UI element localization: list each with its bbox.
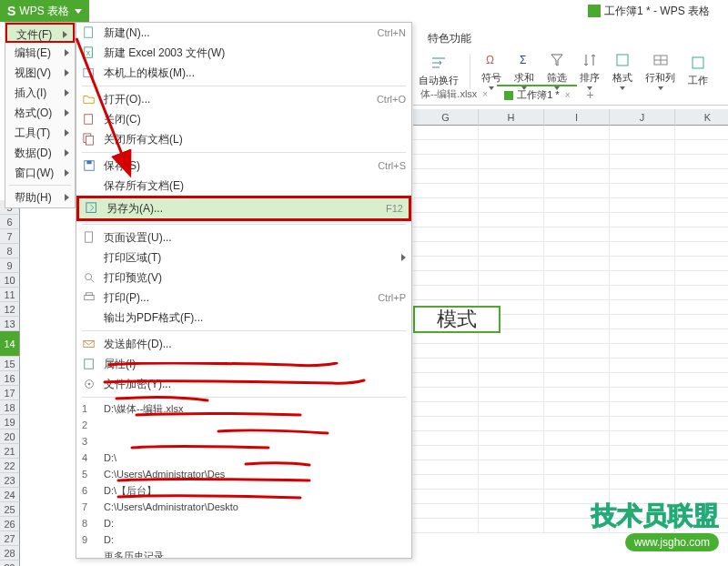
active-cell[interactable]: 模式	[413, 306, 500, 333]
row-header[interactable]: 29	[0, 561, 20, 566]
recent-file[interactable]: 9D:	[76, 531, 411, 548]
row-header[interactable]: 24	[0, 488, 20, 502]
row-header[interactable]: 21	[0, 444, 20, 459]
recent-file[interactable]: 8D:	[76, 515, 411, 531]
row-header[interactable]: 6	[0, 215, 20, 229]
row-header-active[interactable]: 14	[0, 331, 20, 357]
tab-label: 体--编辑.xlsx	[420, 87, 477, 101]
svg-text:X: X	[86, 50, 91, 56]
file-template[interactable]: 本机上的模板(M)...	[76, 63, 411, 83]
recent-file[interactable]: 1D:\媒体--编辑.xlsx	[76, 400, 411, 417]
app-title: WPS 表格	[19, 4, 69, 19]
file-save-all[interactable]: 保存所有文档(E)	[76, 176, 411, 196]
file-encrypt[interactable]: 文件加密(Y)...	[76, 374, 411, 394]
file-close-all[interactable]: 关闭所有文档(L)	[76, 129, 411, 149]
row-header[interactable]: 19	[0, 415, 20, 430]
excel-icon: X	[82, 45, 96, 60]
shortcut-label: Ctrl+N	[378, 27, 406, 38]
file-print[interactable]: 打印(P)... Ctrl+P	[76, 288, 411, 308]
row-header[interactable]: 27	[0, 531, 20, 546]
file-properties[interactable]: 属性(I)	[76, 354, 411, 374]
row-header[interactable]: 15	[0, 357, 20, 371]
tab-workbook1[interactable]: 工作簿1 * ×	[497, 85, 577, 105]
row-header[interactable]: 8	[0, 244, 20, 258]
row-header[interactable]: 17	[0, 386, 20, 400]
row-header[interactable]: 26	[0, 517, 20, 531]
menu-file[interactable]: 文件(F)	[5, 23, 75, 43]
file-export-pdf[interactable]: 输出为PDF格式(F)...	[76, 308, 411, 328]
row-header[interactable]: 18	[0, 400, 20, 415]
file-print-area[interactable]: 打印区域(T)	[76, 248, 411, 268]
row-header[interactable]: 28	[0, 546, 20, 561]
menu-label: 新建 Excel 2003 文件(W)	[104, 45, 406, 61]
app-menu-button[interactable]: S WPS 表格	[0, 0, 89, 22]
separator	[82, 152, 406, 153]
recent-file[interactable]: 7C:\Users\Administrator\Deskto	[76, 499, 411, 515]
col-header[interactable]: H	[479, 109, 544, 126]
file-save-as[interactable]: 另存为(A)... F12	[76, 196, 411, 221]
menu-help[interactable]: 帮助(H)	[5, 187, 75, 207]
row-header[interactable]: 9	[0, 258, 20, 273]
recent-label: D:	[104, 518, 114, 529]
menu-view[interactable]: 视图(V)	[5, 63, 75, 83]
menu-edit[interactable]: 编辑(E)	[5, 43, 75, 63]
menu-label: 关闭(C)	[104, 112, 406, 127]
svg-rect-25	[617, 55, 628, 66]
cell-text: 模式	[437, 306, 477, 333]
row-header[interactable]: 16	[0, 371, 20, 386]
file-send-mail[interactable]: 发送邮件(D)...	[76, 334, 411, 354]
menu-insert[interactable]: 插入(I)	[5, 83, 75, 103]
col-header[interactable]: J	[610, 109, 675, 126]
worksheet-icon	[689, 54, 707, 72]
file-open[interactable]: 打开(O)... Ctrl+O	[76, 89, 411, 109]
menu-tools[interactable]: 工具(T)	[5, 123, 75, 143]
close-icon[interactable]: ×	[565, 90, 571, 100]
menu-label: 文件(F)	[16, 28, 52, 41]
chevron-right-icon	[65, 194, 69, 201]
recent-file[interactable]: 5C:\Users\Administrator\Des	[76, 466, 411, 482]
file-new[interactable]: 新建(N)... Ctrl+N	[76, 23, 411, 43]
row-header[interactable]: 25	[0, 502, 20, 517]
recent-file[interactable]: 2	[76, 417, 411, 433]
more-history[interactable]: 更多历史记录...	[76, 548, 411, 559]
mail-icon	[82, 337, 96, 351]
file-new-excel[interactable]: X 新建 Excel 2003 文件(W)	[76, 43, 411, 63]
svg-rect-11	[86, 232, 93, 242]
recent-file[interactable]: 3	[76, 433, 411, 450]
col-header[interactable]: G	[413, 109, 479, 126]
col-header[interactable]: I	[544, 109, 610, 126]
separator	[82, 86, 406, 86]
ribbon-label: 符号	[481, 71, 501, 85]
menu-format[interactable]: 格式(O)	[5, 103, 75, 123]
file-close[interactable]: 关闭(C)	[76, 109, 411, 129]
row-header[interactable]: 23	[0, 473, 20, 488]
menu-label: 打印区域(T)	[104, 250, 401, 266]
row-header[interactable]: 12	[0, 302, 20, 317]
row-header[interactable]: 11	[0, 288, 20, 302]
file-save[interactable]: 保存(S) Ctrl+S	[76, 156, 411, 176]
recent-file[interactable]: 6D:\【后台】	[76, 482, 411, 499]
menu-label: 帮助(H)	[15, 191, 52, 204]
document-title: 工作簿1 * - WPS 表格	[588, 4, 710, 19]
close-icon[interactable]: ×	[482, 89, 488, 99]
app-logo-icon: S	[7, 4, 15, 18]
menu-label: 页面设置(U)...	[104, 230, 406, 246]
file-page-setup[interactable]: 页面设置(U)...	[76, 227, 411, 248]
row-header[interactable]: 20	[0, 430, 20, 444]
col-header[interactable]: K	[675, 109, 728, 126]
row-header[interactable]: 10	[0, 273, 20, 288]
new-tab-button[interactable]: +	[586, 87, 593, 102]
menu-label: 窗口(W)	[15, 167, 54, 179]
row-header[interactable]: 7	[0, 229, 20, 244]
menu-label: 文件加密(Y)...	[104, 377, 406, 392]
row-header[interactable]: 13	[0, 317, 20, 331]
file-print-preview[interactable]: 打印预览(V)	[76, 268, 411, 288]
row-header[interactable]: 22	[0, 459, 20, 473]
workbook-icon	[504, 91, 513, 100]
recent-file[interactable]: 4D:\	[76, 450, 411, 466]
properties-icon	[82, 357, 96, 371]
menu-label: 发送邮件(D)...	[104, 337, 406, 352]
menu-data[interactable]: 数据(D)	[5, 143, 75, 163]
tab-media-edit[interactable]: 体--编辑.xlsx ×	[413, 85, 495, 105]
menu-window[interactable]: 窗口(W)	[5, 163, 75, 183]
